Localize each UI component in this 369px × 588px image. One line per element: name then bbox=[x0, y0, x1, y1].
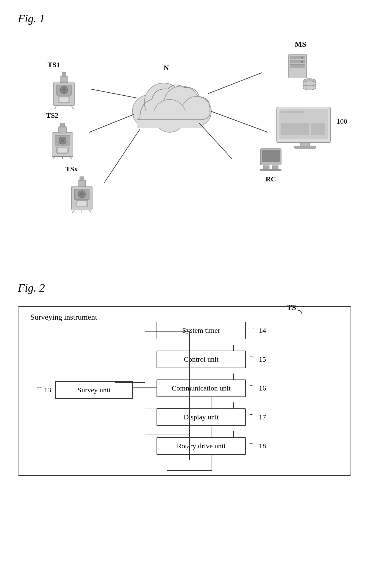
fig2-container: TS Surveying instrument bbox=[18, 306, 351, 476]
ts1-icon bbox=[48, 70, 80, 109]
svg-rect-31 bbox=[60, 123, 65, 127]
svg-rect-61 bbox=[272, 166, 278, 169]
fig2-inner: ⌒ 13 Survey unit System timer bbox=[36, 322, 333, 460]
control-unit-num-tilde: ⌒ bbox=[248, 355, 254, 363]
rc-label: RC bbox=[259, 175, 283, 183]
svg-line-35 bbox=[70, 156, 76, 159]
fig1-container: N bbox=[18, 31, 351, 263]
rotary-drive-unit-row: Rotary drive unit ⌒ 18 bbox=[157, 437, 266, 455]
svg-line-21 bbox=[51, 106, 57, 109]
system-timer-label: System timer bbox=[182, 326, 220, 334]
rotary-drive-unit-box: Rotary drive unit bbox=[157, 437, 246, 455]
surveying-instrument-label: Surveying instrument bbox=[30, 313, 97, 322]
ts2-label: TS2 bbox=[46, 111, 58, 119]
svg-rect-73 bbox=[295, 146, 315, 148]
tsx-icon bbox=[65, 174, 98, 213]
system-timer-num-tilde: ⌒ bbox=[248, 326, 254, 335]
system-timer-box: System timer bbox=[157, 322, 246, 339]
svg-line-45 bbox=[68, 210, 74, 213]
display-unit-num: 17 bbox=[259, 413, 266, 421]
svg-line-10 bbox=[211, 111, 268, 132]
rotary-drive-unit-label: Rotary drive unit bbox=[177, 442, 226, 450]
svg-rect-68 bbox=[281, 117, 326, 118]
ms-label: MS bbox=[295, 40, 307, 49]
svg-point-53 bbox=[301, 61, 303, 63]
svg-line-47 bbox=[89, 210, 95, 213]
communication-unit-row: Communication unit ⌒ 16 bbox=[157, 379, 266, 397]
svg-line-33 bbox=[49, 156, 55, 159]
svg-rect-18 bbox=[60, 76, 68, 83]
svg-rect-70 bbox=[311, 123, 325, 135]
svg-rect-43 bbox=[80, 177, 84, 181]
svg-rect-67 bbox=[281, 114, 326, 116]
monitor-icon bbox=[275, 105, 335, 150]
cloud-icon bbox=[125, 70, 214, 136]
ms-container: MS bbox=[283, 40, 318, 90]
svg-line-8 bbox=[104, 129, 140, 183]
svg-rect-42 bbox=[78, 180, 86, 187]
control-unit-label: Control unit bbox=[184, 355, 219, 363]
display-unit-row: Display unit ⌒ 17 bbox=[157, 408, 266, 426]
survey-unit-num: 13 bbox=[44, 386, 51, 394]
control-unit-box: Control unit bbox=[157, 351, 246, 368]
svg-rect-59 bbox=[262, 150, 280, 162]
comm-unit-num: 16 bbox=[259, 384, 266, 392]
ts2-instrument: TS2 bbox=[46, 111, 79, 159]
svg-rect-62 bbox=[260, 169, 281, 171]
page: Fig. 1 N bbox=[0, 0, 369, 488]
control-unit-num: 15 bbox=[259, 355, 266, 363]
svg-point-39 bbox=[80, 192, 84, 196]
fig2-label: Fig. 2 bbox=[18, 281, 351, 294]
monitor-container: 100 bbox=[275, 105, 335, 151]
svg-rect-72 bbox=[301, 143, 309, 146]
svg-line-23 bbox=[71, 106, 77, 109]
comm-unit-num-tilde: ⌒ bbox=[248, 384, 254, 392]
monitor-num: 100 bbox=[337, 117, 347, 125]
tsx-instrument: TSx bbox=[65, 165, 98, 213]
svg-rect-19 bbox=[62, 72, 66, 77]
display-unit-box: Display unit bbox=[157, 408, 246, 426]
rc-container: RC bbox=[259, 147, 283, 183]
communication-unit-box: Communication unit bbox=[157, 379, 246, 397]
ts1-instrument: TS1 bbox=[48, 61, 80, 109]
svg-rect-60 bbox=[263, 166, 269, 169]
rotary-unit-num-tilde: ⌒ bbox=[248, 442, 254, 450]
svg-rect-17 bbox=[60, 97, 68, 102]
ts1-label: TS1 bbox=[48, 61, 60, 69]
control-unit-row: Control unit ⌒ 15 bbox=[157, 351, 266, 368]
system-timer-num: 14 bbox=[259, 326, 266, 335]
svg-rect-51 bbox=[290, 64, 305, 67]
survey-unit-box: Survey unit bbox=[55, 381, 133, 399]
svg-point-57 bbox=[303, 81, 316, 86]
survey-unit-num-tilde: ⌒ bbox=[36, 386, 43, 395]
right-units: System timer ⌒ 14 Control unit bbox=[157, 322, 266, 460]
survey-unit-label: Survey unit bbox=[77, 386, 110, 394]
ms-server-icon bbox=[283, 51, 318, 90]
svg-rect-30 bbox=[59, 127, 66, 133]
survey-unit-section: ⌒ 13 Survey unit bbox=[36, 381, 133, 399]
tsx-label: TSx bbox=[65, 165, 78, 173]
svg-point-15 bbox=[62, 88, 66, 92]
ts2-icon bbox=[46, 121, 79, 159]
svg-line-9 bbox=[208, 73, 262, 94]
fig1-label: Fig. 1 bbox=[18, 12, 351, 25]
svg-rect-41 bbox=[77, 201, 86, 206]
svg-rect-71 bbox=[281, 123, 309, 135]
display-unit-num-tilde: ⌒ bbox=[248, 413, 254, 421]
communication-unit-label: Communication unit bbox=[172, 384, 231, 392]
system-timer-row: System timer ⌒ 14 bbox=[157, 322, 266, 339]
svg-rect-29 bbox=[58, 148, 67, 153]
svg-rect-69 bbox=[281, 119, 310, 121]
svg-rect-66 bbox=[281, 111, 304, 113]
rotary-unit-num: 18 bbox=[259, 442, 266, 450]
svg-point-52 bbox=[301, 57, 303, 58]
surveying-instrument-box: Surveying instrument bbox=[18, 306, 351, 476]
svg-point-27 bbox=[61, 139, 64, 142]
display-unit-label: Display unit bbox=[184, 413, 219, 421]
